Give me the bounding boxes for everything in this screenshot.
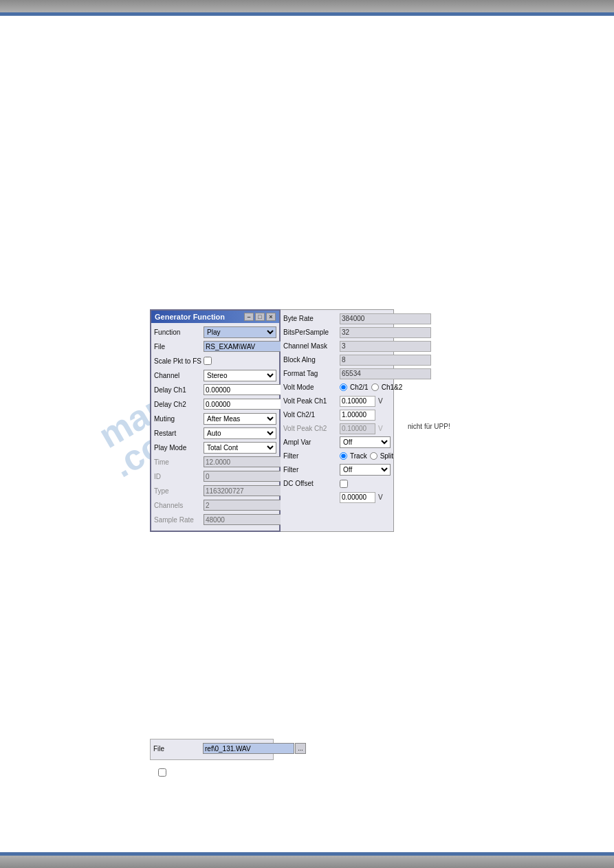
volt-peak-ch1-group: V [340,396,383,407]
block-alng-value [340,355,431,366]
file-label: File [154,343,204,350]
channels-row: Channels [154,499,276,511]
block-alng-row: Block Alng [283,354,391,366]
delay-ch2-row: Delay Ch2 s [154,398,276,410]
volt-peak-ch2-label: Volt Peak Ch2 [283,425,340,432]
delay-ch1-row: Delay Ch1 s [154,383,276,396]
format-tag-value [340,368,431,379]
block-alng-label: Block Alng [283,356,340,364]
channel-mask-label: Channel Mask [283,342,340,350]
filter-select-row: Filter Off [283,464,391,476]
channel-mask-row: Channel Mask [283,340,391,352]
filter-mode-label: Filter [283,452,340,460]
dc-offset-value-row: V [283,491,391,503]
volt-peak-ch2-row: Volt Peak Ch2 V [283,423,391,434]
delay-ch2-label: Delay Ch2 [154,401,204,408]
restart-select[interactable]: Auto [204,427,276,439]
scale-label: Scale Pkt to FS [154,357,204,365]
function-label: Function [154,329,204,336]
filter-select-label: Filter [283,466,340,474]
volt-ch21-input[interactable] [340,410,375,421]
close-button[interactable]: × [266,313,276,321]
bits-per-sample-label: BitsPerSample [283,329,340,336]
byte-rate-row: Byte Rate [283,313,391,324]
sample-rate-row: Sample Rate [154,513,276,526]
play-mode-row: Play Mode Total Cont [154,441,276,454]
file-browse-button-lower[interactable]: ... [295,743,306,754]
title-bar: Generator Function – □ × [151,311,279,323]
function-row: Function Play [154,326,276,338]
volt-peak-ch1-unit: V [378,397,383,405]
ampl-var-label: Ampl Var [283,438,340,446]
byte-rate-value [340,313,431,324]
dc-offset-checkbox[interactable] [340,480,348,488]
muting-row: Muting After Meas [154,412,276,425]
format-tag-row: Format Tag [283,368,391,379]
volt-peak-ch2-group: V [340,423,383,434]
volt-mode-row: Volt Mode Ch2/1 Ch1&2 [283,381,391,393]
type-row: Type [154,485,276,497]
header-bar [0,0,614,12]
format-tag-label: Format Tag [283,370,340,377]
filter-track-label: Track [350,452,367,460]
sample-rate-label: Sample Rate [154,516,204,524]
play-mode-select[interactable]: Total Cont [204,442,276,454]
comment-text: nicht für UPP! [408,423,450,430]
ampl-var-select[interactable]: Off [340,436,391,448]
channel-mask-value [340,341,431,352]
file-dialog-lower: File ... [150,739,274,760]
play-mode-label: Play Mode [154,444,204,452]
maximize-button[interactable]: □ [255,313,265,321]
generator-function-panel: Generator Function – □ × Function Play F… [150,309,281,532]
file-input-lower[interactable] [203,743,294,754]
gen-body: Function Play File ... Scale Pkt to FS [151,323,279,531]
title-buttons: – □ × [244,313,276,321]
volt-mode-ch21-radio[interactable] [340,383,347,391]
properties-panel: Byte Rate BitsPerSample Channel Mask Blo… [281,309,394,532]
volt-ch21-label: Volt Ch2/1 [283,411,340,419]
volt-peak-ch2-unit: V [378,425,383,432]
function-select[interactable]: Play [204,326,276,338]
channel-select[interactable]: Stereo [204,370,276,381]
volt-peak-ch1-input[interactable] [340,396,375,407]
file-input-group-lower: ... [203,743,306,754]
filter-select[interactable]: Off [340,464,391,476]
filter-track-radio[interactable] [340,452,347,460]
file-row: File ... [154,340,276,353]
bits-per-sample-row: BitsPerSample [283,326,391,338]
dialog-container: Generator Function – □ × Function Play F… [150,309,394,532]
title-text: Generator Function [155,313,225,321]
type-label: Type [154,487,204,495]
volt-mode-ch12-label: Ch1&2 [382,383,403,391]
volt-mode-label: Volt Mode [283,383,340,391]
filter-mode-radios: Track Split [340,452,393,460]
dc-offset-unit: V [378,493,383,501]
volt-peak-ch1-row: Volt Peak Ch1 V [283,395,391,407]
byte-rate-label: Byte Rate [283,315,340,322]
ampl-var-row: Ampl Var Off [283,436,391,448]
delay-ch1-label: Delay Ch1 [154,386,204,394]
dc-offset-value-input[interactable] [340,492,375,503]
filter-split-radio[interactable] [370,452,377,460]
minimize-button[interactable]: – [244,313,254,321]
dc-offset-row: DC Offset [283,478,391,489]
channels-label: Channels [154,502,204,509]
id-row: ID [154,470,276,482]
restart-row: Restart Auto [154,427,276,439]
filter-mode-row: Filter Track Split [283,450,391,462]
file-label-lower: File [153,745,203,753]
file-row-lower: File ... [153,742,270,755]
footer-bar-gray [0,856,614,868]
small-checkbox-area [158,768,166,778]
muting-label: Muting [154,415,204,423]
small-checkbox[interactable] [158,768,166,777]
channel-row: Channel Stereo [154,369,276,381]
scale-checkbox[interactable] [204,357,212,365]
muting-select[interactable]: After Meas [204,413,276,425]
volt-ch21-row: Volt Ch2/1 [283,409,391,421]
time-row: Time s [154,456,276,468]
volt-mode-ch12-radio[interactable] [371,383,379,391]
filter-split-label: Split [380,452,393,460]
bits-per-sample-value [340,327,431,338]
volt-peak-ch2-input [340,423,375,434]
